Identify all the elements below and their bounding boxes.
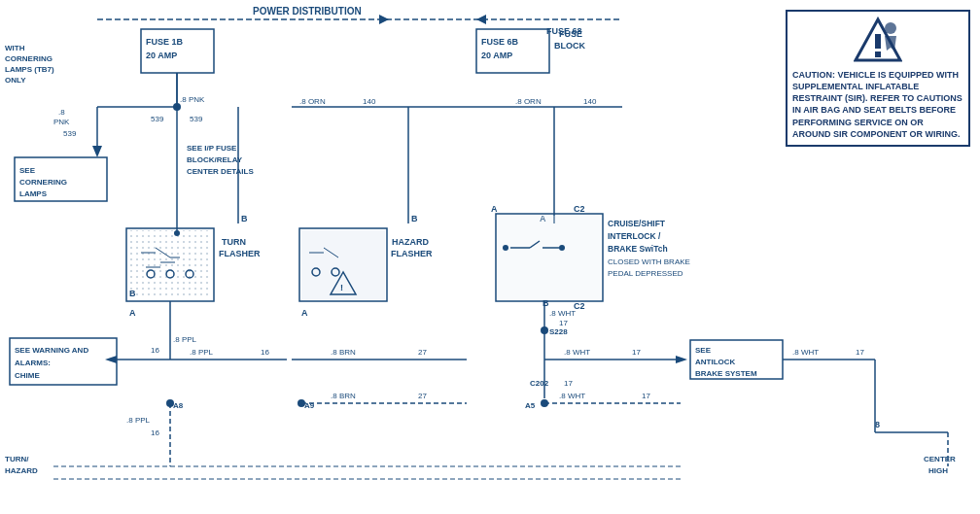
svg-text:BRAKE SwiTch: BRAKE SwiTch — [608, 244, 668, 254]
svg-text:TURN: TURN — [222, 237, 246, 247]
svg-text:FUSE 1B: FUSE 1B — [146, 37, 184, 47]
svg-text:HAZARD: HAZARD — [392, 237, 429, 247]
svg-text:.8: .8 — [58, 108, 65, 117]
svg-rect-48 — [128, 230, 212, 299]
svg-text:.8 ORN: .8 ORN — [299, 97, 326, 106]
svg-text:CORNERING: CORNERING — [5, 54, 52, 63]
svg-text:B: B — [411, 214, 418, 223]
svg-text:FLASHER: FLASHER — [219, 249, 261, 258]
svg-text:FUSE 6B: FUSE 6B — [481, 37, 519, 47]
caution-text: CAUTION: VEHICLE IS EQUIPPED WITH SUPPLE… — [792, 69, 963, 140]
svg-text:17: 17 — [632, 348, 641, 357]
svg-text:PEDAL DEPRESSED: PEDAL DEPRESSED — [608, 269, 683, 278]
svg-text:17: 17 — [642, 392, 650, 400]
svg-text:27: 27 — [418, 348, 427, 357]
svg-text:CLOSED WITH BRAKE: CLOSED WITH BRAKE — [608, 257, 690, 266]
svg-text:539: 539 — [63, 129, 77, 138]
svg-text:LAMPS (TB7): LAMPS (TB7) — [5, 65, 54, 74]
svg-text:.8 WHT: .8 WHT — [564, 348, 590, 357]
svg-rect-152 — [875, 51, 881, 57]
svg-text:27: 27 — [418, 392, 427, 400]
svg-text:SEE WARNING AND: SEE WARNING AND — [15, 346, 88, 355]
svg-text:ONLY: ONLY — [5, 76, 26, 85]
svg-text:HIGH: HIGH — [928, 466, 948, 475]
svg-text:.8 BRN: .8 BRN — [331, 348, 356, 357]
svg-text:140: 140 — [583, 97, 597, 106]
svg-text:.8 PPL: .8 PPL — [190, 348, 214, 357]
svg-text:17: 17 — [856, 348, 864, 357]
caution-title: CAUTION: — [792, 70, 835, 80]
svg-text:A: A — [301, 308, 308, 318]
svg-text:BLOCK/RELAY: BLOCK/RELAY — [187, 155, 243, 164]
svg-text:CENTER DETAILS: CENTER DETAILS — [187, 167, 254, 176]
caution-box: CAUTION: VEHICLE IS EQUIPPED WITH SUPPLE… — [786, 10, 970, 147]
svg-text:TURN/: TURN/ — [5, 455, 29, 463]
svg-text:CHIME: CHIME — [15, 371, 40, 380]
svg-text:20 AMP: 20 AMP — [481, 51, 512, 60]
svg-text:SEE: SEE — [695, 346, 712, 355]
svg-text:FUSE 68: FUSE 68 — [546, 26, 582, 36]
svg-text:SEE: SEE — [19, 166, 36, 175]
svg-text:.8 BRN: .8 BRN — [331, 392, 356, 400]
svg-text:CORNERING: CORNERING — [19, 178, 67, 187]
svg-text:20 AMP: 20 AMP — [146, 51, 177, 60]
svg-text:16: 16 — [151, 346, 159, 355]
svg-text:16: 16 — [151, 428, 159, 437]
svg-text:.8 PPL: .8 PPL — [126, 416, 151, 425]
svg-text:.8 WHT: .8 WHT — [559, 392, 585, 400]
svg-text:A: A — [129, 308, 136, 318]
svg-text:LAMPS: LAMPS — [19, 189, 48, 198]
svg-text:A5: A5 — [525, 401, 536, 410]
svg-text:16: 16 — [261, 348, 269, 357]
svg-point-84 — [559, 245, 565, 251]
svg-text:C202: C202 — [530, 379, 549, 388]
svg-rect-63 — [301, 230, 385, 299]
svg-text:CRUISE/SHIFT: CRUISE/SHIFT — [608, 219, 666, 228]
svg-text:539: 539 — [190, 115, 203, 123]
svg-text:A8: A8 — [173, 401, 184, 410]
svg-text:.8 PNK: .8 PNK — [180, 95, 205, 104]
svg-text:8: 8 — [875, 420, 880, 429]
svg-text:C2: C2 — [574, 204, 585, 214]
svg-text:B: B — [542, 298, 549, 308]
svg-text:S228: S228 — [549, 327, 568, 336]
caution-icon — [792, 17, 963, 65]
svg-point-83 — [503, 245, 508, 251]
svg-text:539: 539 — [151, 115, 164, 123]
svg-text:.8 WHT: .8 WHT — [792, 348, 819, 357]
svg-text:.8 WHT: .8 WHT — [549, 309, 576, 318]
svg-rect-74 — [498, 216, 601, 299]
svg-text:ALARMS:: ALARMS: — [15, 359, 51, 367]
svg-text:WITH: WITH — [5, 44, 25, 52]
svg-text:BRAKE SYSTEM: BRAKE SYSTEM — [695, 369, 757, 378]
svg-point-153 — [885, 22, 896, 34]
svg-text:PNK: PNK — [53, 118, 70, 126]
svg-text:ANTILOCK: ANTILOCK — [695, 358, 736, 366]
svg-text:.8 PPL: .8 PPL — [173, 335, 197, 344]
svg-text:HAZARD: HAZARD — [5, 466, 38, 475]
svg-rect-151 — [875, 34, 881, 49]
svg-text:17: 17 — [559, 319, 568, 327]
svg-text:A: A — [491, 204, 498, 214]
svg-text:B: B — [241, 214, 248, 223]
svg-text:140: 140 — [363, 97, 376, 106]
caution-body: VEHICLE IS EQUIPPED WITH SUPPLEMENTAL IN… — [792, 70, 962, 139]
svg-point-149 — [174, 230, 180, 236]
svg-text:INTERLOCK /: INTERLOCK / — [608, 231, 661, 241]
svg-text:POWER DISTRIBUTION: POWER DISTRIBUTION — [253, 6, 362, 17]
svg-text:BLOCK: BLOCK — [554, 41, 585, 51]
svg-text:.8 ORN: .8 ORN — [515, 97, 542, 106]
diagram-container: POWER DISTRIBUTION FUSE 1B 20 AMP FUSE 6… — [0, 0, 980, 514]
svg-text:17: 17 — [564, 379, 573, 388]
svg-text:FLASHER: FLASHER — [391, 249, 433, 258]
svg-text:!: ! — [340, 283, 343, 292]
svg-text:B: B — [129, 289, 136, 298]
svg-text:CENTER: CENTER — [924, 455, 956, 463]
svg-text:SEE I/P FUSE: SEE I/P FUSE — [187, 144, 237, 153]
